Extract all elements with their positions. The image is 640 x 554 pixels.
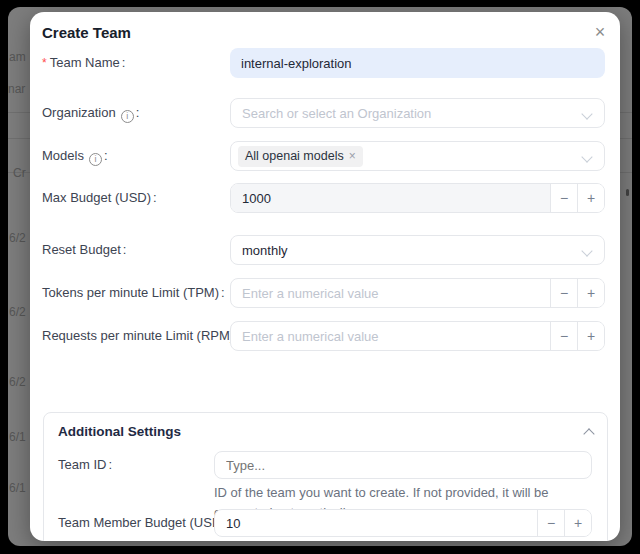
tag-remove-icon[interactable]: × [349,150,356,162]
field-row-team-id: Team ID: [58,451,593,479]
background-text-fragment: 6/1 [9,431,31,444]
field-row-team-name: *Team Name: [42,48,605,78]
field-row-reset-budget: Reset Budget: monthly [42,235,605,265]
field-row-max-budget: Max Budget (USD): − + [42,183,605,213]
info-icon[interactable]: i [121,110,134,123]
field-row-organization: Organizationi: Search or select an Organ… [42,98,605,128]
max-budget-number-input: − + [230,183,605,213]
field-row-models: Modelsi: All openai models × [42,141,605,171]
rpm-input[interactable] [231,322,550,350]
organization-select[interactable]: Search or select an Organization [230,98,605,128]
team-name-label: *Team Name: [42,48,125,78]
scrollbar-dot [626,189,629,196]
additional-settings-panel: Additional Settings Team ID: ID of the t… [43,412,608,541]
decrement-button[interactable]: − [550,184,577,212]
background-text-fragment: nar [8,83,30,96]
background-text-fragment: 6/2 [9,376,31,389]
models-label: Modelsi: [42,141,108,171]
chevron-down-icon [581,151,592,162]
info-icon[interactable]: i [89,153,102,166]
selected-model-tag: All openai models × [238,146,363,167]
chevron-down-icon [581,108,592,119]
member-budget-input[interactable] [215,510,537,536]
background-text-fragment: 6/1 [9,482,31,495]
chevron-down-icon [581,245,592,256]
reset-budget-select[interactable]: monthly [230,235,605,265]
tpm-limit-label: Tokens per minute Limit (TPM): [42,278,225,308]
rpm-number-input: − + [230,321,605,351]
team-id-input[interactable] [214,451,592,479]
max-budget-label: Max Budget (USD): [42,183,157,213]
field-row-member-budget: Team Member Budget (USD)?: − + [58,509,593,537]
reset-budget-label: Reset Budget: [42,235,126,265]
create-team-modal: Create Team × *Team Name: Organizationi:… [30,12,620,541]
modal-title: Create Team [42,24,131,41]
tpm-number-input: − + [230,278,605,308]
additional-settings-title: Additional Settings [58,424,181,439]
organization-label: Organizationi: [42,98,139,128]
background-text-fragment: 6/2 [9,306,31,319]
dimmed-background-page: am nar Cr 6/2 6/2 6/2 6/1 6/1 Create Tea… [8,7,632,546]
decrement-button[interactable]: − [550,322,577,350]
max-budget-input[interactable] [231,184,550,212]
increment-button[interactable]: + [577,184,604,212]
background-text-fragment: 6/2 [9,232,31,245]
increment-button[interactable]: + [577,279,604,307]
team-id-label: Team ID: [58,451,112,479]
increment-button[interactable]: + [577,322,604,350]
additional-settings-header[interactable]: Additional Settings [58,421,595,443]
team-name-input[interactable] [230,48,605,78]
background-text-fragment: am [9,51,31,64]
tpm-input[interactable] [231,279,550,307]
models-select[interactable]: All openai models × [230,141,605,171]
increment-button[interactable]: + [564,510,591,536]
reset-budget-value: monthly [242,243,288,258]
organization-placeholder: Search or select an Organization [242,106,431,121]
required-mark: * [42,56,47,70]
rpm-limit-label: Requests per minute Limit (RPM): [42,321,240,351]
decrement-button[interactable]: − [537,510,564,536]
close-icon[interactable]: × [588,20,612,44]
member-budget-number-input: − + [214,509,592,537]
field-row-tpm-limit: Tokens per minute Limit (TPM): − + [42,278,605,308]
chevron-up-icon [583,428,594,439]
decrement-button[interactable]: − [550,279,577,307]
model-tag-label: All openai models [245,148,344,165]
field-row-rpm-limit: Requests per minute Limit (RPM): − + [42,321,605,351]
